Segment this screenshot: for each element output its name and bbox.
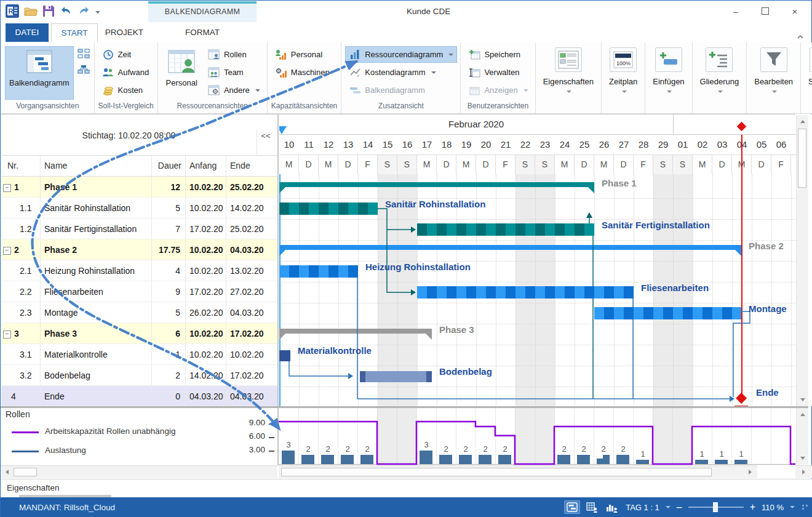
close-button[interactable]: ×: [784, 3, 805, 19]
table-row-3-1[interactable]: 3.1Materialkontrolle110.02.2010.02.20: [1, 344, 278, 365]
table-row-3[interactable]: −3Phase 3610.02.2017.02.20: [1, 323, 278, 344]
undo-icon[interactable]: [60, 6, 73, 17]
ribbon-button-rollen[interactable]: Rollen: [204, 46, 264, 63]
ribbon-button-bearbeiten[interactable]: Bearbeiten: [747, 42, 800, 113]
zoom-slider[interactable]: [688, 502, 744, 513]
ribbon-button-gliederung[interactable]: Gliederung: [693, 42, 747, 113]
ribbon-button-personal[interactable]: Personal: [162, 46, 202, 100]
gantt-bar-bodenbelag[interactable]: [360, 371, 432, 382]
table-row-1-2[interactable]: 1.2Sanitär Fertiginstallation717.02.2025…: [1, 218, 278, 239]
chevron-down-icon[interactable]: [523, 89, 528, 92]
ribbon-button-eigenschaften[interactable]: Eigenschaften: [536, 42, 601, 113]
ribbon-button-aufwand[interactable]: Aufwand: [98, 64, 153, 81]
gantt-bar-heizung-rohinstallation[interactable]: [279, 265, 358, 278]
ribbon-button-balkendiagramm[interactable]: Balkendiagramm: [345, 82, 457, 98]
time-scale-label[interactable]: TAG 1 : 1: [626, 503, 659, 512]
gantt-bar-materialkontrolle[interactable]: [279, 350, 290, 361]
table-row-2-2[interactable]: 2.2Fliesenarbeiten917.02.2027.02.20: [1, 281, 278, 302]
tab-format[interactable]: FORMAT: [148, 23, 257, 42]
scroll-left-icon[interactable]: [2, 467, 12, 477]
stichtag-marker-icon[interactable]: [279, 126, 287, 134]
gantt-vertical-scrollbar[interactable]: [796, 115, 808, 406]
column-header-name[interactable]: Name: [41, 156, 152, 176]
ribbon-button-verwalten[interactable]: Verwalten: [464, 64, 531, 81]
zoom-in-button[interactable]: +: [750, 502, 755, 513]
collapse-toggle-icon[interactable]: −: [3, 247, 11, 255]
ribbon-button-einf-gen[interactable]: Einfügen: [645, 42, 691, 113]
zoom-slider-thumb[interactable]: [713, 502, 718, 512]
ribbon-button-team[interactable]: Team: [204, 64, 264, 81]
collapse-table-button[interactable]: <<: [257, 130, 274, 155]
column-header-dauer[interactable]: Dauer: [152, 156, 186, 176]
scroll-up-icon[interactable]: [797, 409, 808, 420]
chevron-down-icon[interactable]: [255, 89, 260, 92]
resource-view-icon[interactable]: [584, 500, 600, 514]
table-horizontal-scrollbar[interactable]: [1, 465, 277, 478]
scrollbar-thumb[interactable]: [14, 468, 37, 476]
table-row-1[interactable]: −1Phase 11210.02.2025.02.20: [1, 177, 278, 198]
chevron-down-icon[interactable]: [431, 71, 436, 74]
resize-grip-icon[interactable]: [802, 505, 808, 510]
collapse-toggle-icon[interactable]: −: [3, 184, 11, 192]
scroll-up-icon[interactable]: [797, 116, 808, 127]
gantt-view-icon[interactable]: [564, 500, 580, 514]
ribbon-button-zeitplan[interactable]: 100%Zeitplan: [602, 42, 645, 113]
capacity-view-icon[interactable]: [603, 500, 619, 514]
histogram-vertical-scrollbar[interactable]: [796, 408, 808, 465]
chevron-down-icon[interactable]: [718, 90, 723, 93]
ribbon-button-zeit[interactable]: Zeit: [98, 46, 153, 63]
table-row-2[interactable]: −2Phase 217.7510.02.2004.03.20: [1, 239, 278, 260]
tab-start[interactable]: START: [51, 23, 98, 42]
tab-projekt[interactable]: PROJEKT: [100, 23, 148, 42]
ribbon-button-kostendiagramm[interactable]: Kostendiagramm: [345, 64, 457, 81]
ribbon-button-anzeigen[interactable]: Anzeigen: [464, 82, 531, 98]
redo-icon[interactable]: [78, 6, 90, 17]
save-icon[interactable]: [42, 5, 55, 17]
scrollbar-thumb[interactable]: [281, 468, 712, 476]
column-header-nr[interactable]: Nr.: [1, 156, 41, 176]
chevron-down-icon[interactable]: [622, 90, 627, 93]
table-row-3-2[interactable]: 3.2Bodenbelag214.02.2017.02.20: [1, 365, 278, 386]
ribbon-button-kosten[interactable]: Kosten: [98, 82, 153, 98]
ribbon-button-speichern[interactable]: Speichern: [464, 46, 531, 63]
column-header-ende[interactable]: Ende: [226, 156, 278, 176]
customize-quick-access-icon[interactable]: [95, 11, 100, 14]
ribbon-button-balkendiagramm[interactable]: Balkendiagramm: [5, 46, 74, 100]
chevron-down-icon[interactable]: [667, 90, 672, 93]
scroll-right-icon[interactable]: [745, 467, 755, 477]
gantt-bar-sanit-r-rohinstallation[interactable]: [279, 202, 378, 215]
maximize-button[interactable]: [755, 3, 776, 19]
table-row-2-3[interactable]: 2.3Montage526.02.2004.03.20: [1, 302, 278, 323]
chevron-down-icon[interactable]: [567, 90, 571, 93]
chevron-down-icon[interactable]: [790, 506, 795, 508]
ribbon-button-personal[interactable]: Personal: [271, 46, 333, 63]
ribbon-button-ressourcendiagramm[interactable]: Ressourcendiagramm: [345, 46, 457, 63]
zoom-out-button[interactable]: –: [677, 502, 682, 513]
chevron-down-icon[interactable]: [772, 90, 777, 93]
table-row-1-1[interactable]: 1.1Sanitär Rohinstallation510.02.2014.02…: [1, 198, 278, 218]
column-header-anfang[interactable]: Anfang: [186, 156, 226, 176]
collapse-ribbon-icon[interactable]: [797, 31, 804, 42]
gantt-bar-montage[interactable]: [594, 307, 741, 319]
network-diagram-icon[interactable]: [76, 47, 91, 60]
ribbon-button-scrollen[interactable]: Scrollen: [801, 42, 812, 113]
zoom-level-label[interactable]: 110 %: [762, 503, 784, 512]
collapse-toggle-icon[interactable]: −: [3, 331, 11, 339]
table-row-2-1[interactable]: 2.1Heizung Rohinstallation410.02.2013.02…: [1, 260, 278, 281]
minimize-button[interactable]: –: [725, 3, 746, 19]
tab-eigenschaften[interactable]: Eigenschaften: [7, 483, 60, 492]
gantt-bar-fliesenarbeiten[interactable]: [417, 286, 634, 299]
scroll-down-icon[interactable]: [797, 453, 808, 463]
wbs-icon[interactable]: [76, 63, 91, 76]
chart-horizontal-scrollbar[interactable]: [279, 465, 757, 478]
chevron-down-icon[interactable]: [448, 54, 453, 56]
tab-datei[interactable]: DATEI: [6, 23, 49, 42]
scrollbar-thumb[interactable]: [798, 129, 806, 188]
scroll-right-icon[interactable]: [795, 465, 812, 478]
gantt-bar-sanit-r-fertiginstallation[interactable]: [417, 223, 594, 236]
chevron-down-icon[interactable]: [666, 506, 671, 508]
open-icon[interactable]: [24, 6, 38, 17]
ribbon-button-andere[interactable]: Andere: [204, 82, 264, 98]
scroll-down-icon[interactable]: [797, 395, 808, 405]
table-row-4[interactable]: 4Ende004.03.2004.03.20: [1, 386, 278, 406]
